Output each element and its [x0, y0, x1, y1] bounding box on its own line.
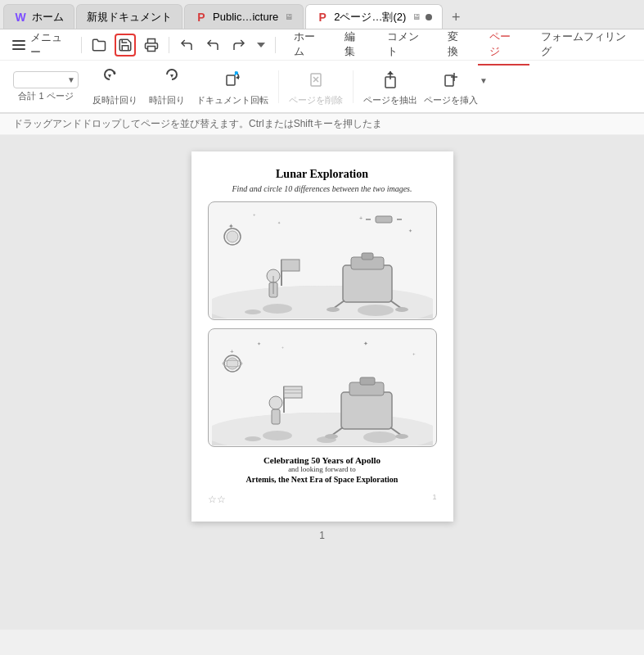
tab-home[interactable]: W ホーム: [3, 4, 74, 29]
main-content: Lunar Exploration Find and circle 10 dif…: [0, 135, 644, 630]
svg-rect-4: [227, 75, 235, 85]
toolbar-area: メニュー: [0, 29, 644, 114]
redo-button[interactable]: [228, 34, 250, 56]
tool-extract-page-label: ページを抽出: [363, 94, 417, 106]
dropdown-button[interactable]: [254, 34, 268, 56]
page-select-wrapper: ▼ 合計 1 ページ: [13, 71, 79, 102]
svg-rect-58: [272, 409, 280, 424]
rotate-doc-icon: [219, 66, 245, 93]
svg-rect-36: [343, 265, 392, 302]
save-button[interactable]: [115, 34, 136, 56]
main-toolbar: メニュー: [0, 29, 644, 61]
pdf-title: Lunar Exploration: [208, 168, 437, 181]
svg-rect-63: [341, 392, 392, 429]
nav-edit[interactable]: 編集: [333, 25, 375, 66]
nav-page[interactable]: ページ: [478, 25, 529, 66]
moon-scene-bottom-svg: + ✦ + ✦ +: [212, 331, 433, 445]
svg-marker-12: [387, 71, 394, 75]
pdf-page-corner: 1: [432, 493, 436, 501]
svg-marker-5: [236, 75, 239, 79]
tool-rotate-doc[interactable]: ドキュメント回転: [196, 66, 268, 106]
svg-point-55: [227, 358, 238, 369]
open-file-button[interactable]: [88, 34, 110, 56]
svg-point-47: [245, 436, 261, 441]
tool-clockwise-label: 時計回り: [149, 94, 185, 106]
tool-clockwise[interactable]: 時計回り: [144, 66, 190, 106]
undo-button[interactable]: [176, 34, 197, 56]
svg-point-68: [325, 434, 338, 439]
info-bar: ドラッグアンドドロップしてページを並び替えます。CtrlまたはShiftキーを押…: [0, 114, 644, 135]
svg-point-18: [263, 304, 292, 314]
counterclockwise-icon: [101, 66, 128, 93]
page-select-container[interactable]: ▼: [13, 71, 79, 88]
svg-marker-1: [257, 43, 265, 47]
svg-marker-3: [170, 75, 173, 78]
menu-button[interactable]: メニュー: [7, 34, 74, 56]
svg-point-42: [395, 307, 408, 312]
pdf-footer-bold: Artemis, the Next Era of Space Explorati…: [208, 475, 437, 484]
tool-delete-page[interactable]: ページを削除: [289, 66, 343, 106]
tool-rotate-doc-label: ドキュメント回転: [196, 94, 268, 106]
svg-rect-65: [360, 377, 375, 385]
undo2-button[interactable]: [202, 34, 223, 56]
pdf-image-top: ✦ + ✦ + ✦: [208, 201, 437, 320]
svg-text:✦: ✦: [257, 341, 261, 346]
tool-extract-page[interactable]: ページを抽出: [363, 66, 417, 106]
print-button[interactable]: [141, 34, 162, 56]
svg-text:+: +: [281, 345, 284, 350]
select-arrow-icon: ▼: [67, 75, 75, 84]
monitor-icon-2: 🖥: [412, 12, 421, 21]
svg-point-69: [395, 434, 408, 439]
tab-new-doc-label: 新規ドキュメント: [87, 10, 172, 25]
nav-formfill[interactable]: フォームフィリング: [529, 25, 637, 66]
moon-scene-top-svg: ✦ + ✦ + ✦: [212, 204, 433, 318]
svg-point-6: [235, 71, 238, 75]
tool-separator-v: [278, 70, 279, 103]
nav-comment[interactable]: コメント: [376, 25, 436, 66]
pdf-image-bottom: + ✦ + ✦ +: [208, 328, 437, 447]
pdf-footer-sub: and looking forward to: [208, 465, 437, 473]
clockwise-icon: [154, 66, 180, 93]
pdf-subtitle: Find and circle 10 differences between t…: [208, 184, 437, 193]
page-toolbar: ▼ 合計 1 ページ 反時計回り 時計回り: [0, 61, 644, 113]
svg-point-41: [327, 307, 340, 312]
svg-point-20: [245, 309, 261, 314]
svg-point-57: [269, 396, 282, 409]
svg-point-46: [363, 431, 396, 443]
monitor-icon-1: 🖥: [285, 12, 293, 21]
pdf-stars: ☆☆: [208, 494, 226, 505]
svg-point-17: [212, 286, 433, 318]
svg-point-45: [263, 431, 292, 440]
extract-page-icon: [377, 66, 403, 93]
tool-delete-page-label: ページを削除: [289, 94, 343, 106]
svg-text:✦: ✦: [408, 228, 412, 233]
svg-text:+: +: [253, 212, 256, 217]
svg-text:+: +: [359, 215, 363, 221]
tool-counterclockwise[interactable]: 反時計回り: [92, 66, 137, 106]
tool-insert-page-label: ページを挿入: [424, 94, 478, 106]
tab-home-label: ホーム: [32, 10, 64, 25]
tab-new-doc[interactable]: 新規ドキュメント: [76, 4, 182, 29]
svg-marker-2: [108, 75, 111, 78]
page-select-label: 合計 1 ページ: [18, 90, 73, 102]
nav-home[interactable]: ホーム: [282, 25, 334, 66]
hamburger-icon: [11, 40, 27, 50]
pdf-page: Lunar Exploration Find and circle 10 dif…: [191, 151, 453, 522]
w-icon: W: [14, 11, 27, 24]
pdf-footer-title: Celebrating 50 Years of Apollo: [208, 455, 437, 465]
svg-text:+: +: [230, 348, 234, 355]
tab-public-picture-label: Public…icture: [213, 11, 278, 23]
svg-point-19: [358, 305, 394, 316]
svg-text:✦: ✦: [277, 220, 281, 225]
svg-rect-38: [362, 253, 373, 260]
dot-indicator: [426, 14, 432, 20]
tool-insert-page[interactable]: ページを挿入 ▼: [424, 66, 488, 106]
svg-text:✦: ✦: [363, 341, 368, 346]
svg-rect-0: [147, 46, 155, 51]
insert-page-arrow-icon: ▼: [480, 76, 488, 85]
tool-counterclockwise-label: 反時計回り: [92, 94, 137, 106]
svg-rect-28: [376, 216, 392, 223]
pdf-page-number: 1: [319, 530, 325, 541]
p-icon-1: P: [195, 11, 208, 24]
nav-convert[interactable]: 変換: [436, 25, 478, 66]
